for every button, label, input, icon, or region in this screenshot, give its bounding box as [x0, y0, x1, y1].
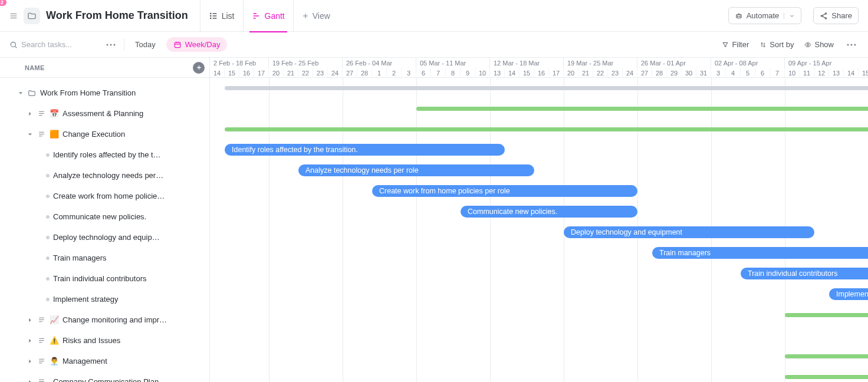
gantt-row: Analyze technology needs per role: [210, 160, 868, 181]
tree-task[interactable]: Create work from home policie…: [0, 186, 209, 206]
tree-group[interactable]: 👨‍💼Management: [0, 351, 209, 371]
tree-task[interactable]: Deploy technology and equip…: [0, 227, 209, 248]
home-icon[interactable]: [9, 12, 18, 20]
gantt-row: Identify roles affected by the transitio…: [210, 140, 868, 160]
tree-task[interactable]: Identify roles affected by the t…: [0, 144, 209, 165]
task-bar[interactable]: Communicate new policies.: [461, 206, 637, 218]
task-bar[interactable]: Analyze technology needs per role: [298, 164, 534, 176]
summary-bar[interactable]: [785, 354, 868, 358]
task-bar[interactable]: Create work from home policies per role: [372, 185, 637, 197]
add-view-label: View: [313, 11, 330, 21]
tree-task[interactable]: Communicate new policies.: [0, 206, 209, 227]
group-label: Risks and Issues: [63, 336, 120, 345]
day-header: 29: [667, 68, 682, 78]
svg-point-12: [114, 44, 116, 45]
day-header: 30: [682, 68, 696, 78]
group-emoji: 🟧: [50, 130, 59, 139]
gantt-row: [210, 78, 868, 98]
summary-bar[interactable]: [785, 375, 868, 379]
task-label: Communicate new policies.: [53, 212, 146, 221]
week-header: 26 Feb - 04 Mar: [343, 58, 416, 68]
tree-group[interactable]: 🟧Change Execution: [0, 124, 209, 144]
tree-group[interactable]: 📈Change monitoring and impr…: [0, 309, 209, 330]
task-bar[interactable]: Implemen: [829, 288, 868, 300]
summary-bar[interactable]: [225, 86, 868, 90]
tree-task[interactable]: Train managers: [0, 248, 209, 268]
task-bar[interactable]: Train individual contributors: [741, 268, 868, 279]
svg-point-8: [826, 17, 827, 18]
summary-bar[interactable]: [416, 107, 868, 111]
task-bar[interactable]: Deploy technology and equipment: [564, 226, 814, 238]
lines-icon: [37, 378, 46, 382]
top-bar: Work From Home Transition List Gantt Vie…: [0, 0, 868, 32]
tree-task[interactable]: Implement strategy: [0, 289, 209, 309]
gantt-chart[interactable]: 2 Feb - 18 Feb19 Feb - 25 Feb26 Feb - 04…: [210, 58, 868, 382]
tree-group[interactable]: ⚠️Risks and Issues: [0, 330, 209, 351]
task-bar[interactable]: Identify roles affected by the transitio…: [225, 144, 505, 156]
day-header: 10: [785, 68, 800, 78]
filter-button[interactable]: Filter: [722, 40, 749, 49]
svg-point-10: [107, 44, 108, 45]
lines-icon: [37, 316, 46, 324]
gantt-toolbar: Today Week/Day Filter Sort by Show: [0, 32, 868, 58]
gantt-row: [210, 98, 868, 119]
add-view-button[interactable]: View: [293, 0, 338, 32]
task-label: Implement strategy: [53, 295, 119, 304]
lines-icon: [37, 337, 46, 344]
svg-point-9: [11, 42, 15, 47]
day-header: 31: [696, 68, 711, 78]
today-button[interactable]: Today: [130, 38, 160, 51]
tree-task[interactable]: Analyze technology needs per…: [0, 165, 209, 186]
task-label: Analyze technology needs per…: [53, 171, 163, 180]
summary-bar[interactable]: [785, 313, 868, 317]
show-button[interactable]: Show: [804, 40, 834, 49]
tree-group[interactable]: 📅Assessment & Planning: [0, 103, 209, 124]
zoom-selector[interactable]: Week/Day: [166, 37, 228, 52]
search-input[interactable]: [21, 40, 92, 49]
day-header: 3: [402, 68, 416, 78]
share-icon: [820, 12, 828, 20]
tab-list-label: List: [222, 11, 235, 21]
chevron-down-icon: [789, 13, 795, 19]
task-bar-label: Create work from home policies per role: [379, 187, 510, 195]
svg-point-17: [854, 44, 856, 45]
gantt-row: [210, 325, 868, 346]
tree-task[interactable]: Train individual contributors: [0, 268, 209, 289]
task-bar[interactable]: Train managers: [652, 247, 868, 259]
filter-label: Filter: [732, 40, 749, 49]
gantt-row: [210, 346, 868, 367]
task-label: Train individual contributors: [53, 274, 146, 283]
tree-root[interactable]: Work From Home Transition: [0, 83, 209, 103]
zoom-label: Week/Day: [185, 40, 221, 49]
day-header: 20: [564, 68, 578, 78]
week-header: 12 Mar - 18 Mar: [490, 58, 564, 68]
day-header: 13: [490, 68, 505, 78]
automate-label: Automate: [747, 11, 780, 20]
more-options[interactable]: [104, 41, 118, 48]
week-header: 2 Feb - 18 Feb: [210, 58, 269, 68]
tab-list[interactable]: List: [200, 0, 243, 32]
folder-icon: [27, 89, 37, 97]
add-column-button[interactable]: [193, 62, 205, 74]
automate-dropdown[interactable]: [784, 13, 795, 19]
summary-bar[interactable]: [225, 127, 868, 131]
tree-group[interactable]: Company Communication Plan: [0, 371, 209, 382]
tab-gantt[interactable]: Gantt: [243, 0, 293, 32]
gantt-row: Communicate new policies.: [210, 202, 868, 222]
toolbar-more[interactable]: [844, 41, 859, 48]
lines-icon: [37, 110, 46, 117]
robot-icon: [735, 12, 743, 20]
day-header: 6: [755, 68, 770, 78]
show-label: Show: [814, 40, 834, 49]
svg-point-15: [847, 44, 849, 45]
name-column-header: NAME: [0, 58, 209, 78]
day-header: 23: [608, 68, 623, 78]
folder-button[interactable]: [24, 8, 40, 24]
divider: [124, 39, 124, 51]
caret-icon: [27, 338, 33, 344]
share-button[interactable]: Share: [813, 7, 859, 24]
day-header: 21: [284, 68, 298, 78]
automate-button[interactable]: Automate: [728, 7, 802, 24]
sort-button[interactable]: Sort by: [760, 40, 794, 49]
day-header: 14: [210, 68, 225, 78]
